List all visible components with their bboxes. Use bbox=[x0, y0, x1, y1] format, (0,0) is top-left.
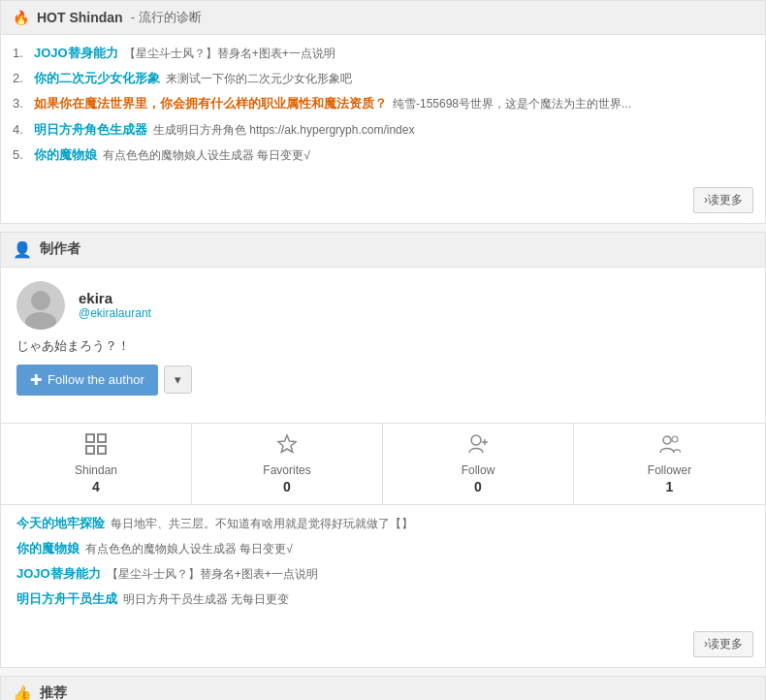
recommend-section-header: 👍 推荐 bbox=[1, 677, 765, 700]
author-shindan-list: 今天的地牢探险 每日地牢、共三层。不知道有啥用就是觉得好玩就做了【】 你的魔物娘… bbox=[1, 504, 765, 625]
svg-point-12 bbox=[672, 436, 678, 442]
stat-shindan-value: 4 bbox=[92, 479, 100, 494]
svg-point-1 bbox=[31, 291, 50, 310]
list-item: 你的魔物娘 有点色色的魔物娘人设生成器 每日变更√ bbox=[16, 540, 750, 557]
hot-item-link-1[interactable]: JOJO替身能力 bbox=[34, 45, 118, 62]
hot-item-desc-3: 纯雪-155698号世界，这是个魔法为主的世界... bbox=[393, 96, 631, 112]
list-item: JOJO替身能力 【星尘斗士风？】替身名+图表+一点说明 bbox=[13, 45, 753, 62]
stat-follow: Follow 0 bbox=[383, 424, 574, 504]
follow-row: ✚ Follow the author ▾ bbox=[16, 365, 750, 396]
hot-read-more-button[interactable]: ›读更多 bbox=[693, 187, 753, 213]
hot-item-link-2[interactable]: 你的二次元少女化形象 bbox=[34, 70, 160, 87]
list-item: 如果你在魔法世界里，你会拥有什么样的职业属性和魔法资质？ 纯雪-155698号世… bbox=[13, 95, 753, 112]
hot-item-desc-4: 生成明日方舟角色 https://ak.hypergryph.com/index bbox=[153, 122, 414, 139]
hot-read-more-container: ›读更多 bbox=[1, 181, 765, 223]
follow-dropdown-button[interactable]: ▾ bbox=[164, 366, 192, 394]
recommend-section: 👍 推荐 花京院典明にレロレロされたー レロレロレロレロレロレロレロレロレロ bbox=[0, 676, 766, 700]
author-section-title: 制作者 bbox=[40, 240, 80, 258]
hot-item-desc-1: 【星尘斗士风？】替身名+图表+一点说明 bbox=[124, 46, 335, 62]
svg-rect-4 bbox=[98, 434, 106, 442]
author-shindan-desc-4: 明日方舟干员生成器 无每日更变 bbox=[123, 591, 289, 608]
list-item: 你的二次元少女化形象 来测试一下你的二次元少女化形象吧 bbox=[13, 70, 753, 87]
stat-follow-label: Follow bbox=[462, 463, 495, 477]
svg-point-11 bbox=[663, 436, 671, 444]
stat-follow-value: 0 bbox=[474, 479, 482, 494]
author-read-more-button[interactable]: ›读更多 bbox=[693, 631, 753, 657]
fire-icon: 🔥 bbox=[13, 10, 29, 25]
follow-author-label: Follow the author bbox=[48, 372, 144, 387]
author-shindan-link-2[interactable]: 你的魔物娘 bbox=[16, 540, 80, 557]
stat-favorites-label: Favorites bbox=[263, 463, 310, 477]
author-handle[interactable]: @ekiralaurant bbox=[79, 306, 151, 320]
author-bio: じゃあ始まろう？！ bbox=[16, 337, 750, 355]
avatar-svg bbox=[16, 281, 65, 330]
author-shindan-link-3[interactable]: JOJO替身能力 bbox=[16, 565, 101, 583]
author-info: ekira @ekiralaurant bbox=[79, 290, 151, 320]
hot-shindan-list: JOJO替身能力 【星尘斗士风？】替身名+图表+一点说明 你的二次元少女化形象 … bbox=[1, 35, 765, 181]
avatar bbox=[16, 281, 65, 330]
people-icon bbox=[659, 433, 681, 460]
author-shindan-link-4[interactable]: 明日方舟干员生成 bbox=[16, 590, 117, 608]
stat-shindan-label: Shindan bbox=[75, 463, 117, 477]
svg-rect-3 bbox=[86, 434, 94, 442]
hot-shindan-ol: JOJO替身能力 【星尘斗士风？】替身名+图表+一点说明 你的二次元少女化形象 … bbox=[13, 45, 753, 164]
author-read-more-container: ›读更多 bbox=[1, 625, 765, 667]
author-shindan-desc-2: 有点色色的魔物娘人设生成器 每日变更√ bbox=[85, 541, 293, 557]
stat-shindan: Shindan 4 bbox=[1, 424, 192, 504]
hot-shindan-section: 🔥 HOT Shindan - 流行的诊断 JOJO替身能力 【星尘斗士风？】替… bbox=[0, 0, 766, 224]
hot-shindan-header: 🔥 HOT Shindan - 流行的诊断 bbox=[1, 1, 765, 35]
hot-shindan-subtitle: - 流行的诊断 bbox=[131, 9, 202, 26]
recommend-section-title: 推荐 bbox=[40, 684, 67, 700]
hot-shindan-title: HOT Shindan bbox=[37, 10, 123, 25]
grid-icon bbox=[85, 433, 107, 460]
hot-item-desc-5: 有点色色的魔物娘人设生成器 每日变更√ bbox=[103, 147, 310, 164]
hot-item-desc-2: 来测试一下你的二次元少女化形象吧 bbox=[166, 71, 352, 87]
stats-grid: Shindan 4 Favorites 0 Follow 0 bbox=[1, 423, 765, 504]
list-item: JOJO替身能力 【星尘斗士风？】替身名+图表+一点说明 bbox=[16, 565, 750, 583]
list-item: 你的魔物娘 有点色色的魔物娘人设生成器 每日变更√ bbox=[13, 146, 753, 164]
person-follow-icon bbox=[467, 433, 489, 460]
star-icon bbox=[276, 433, 298, 460]
stat-follower-value: 1 bbox=[666, 479, 674, 494]
plus-icon: ✚ bbox=[30, 371, 43, 389]
follow-author-button[interactable]: ✚ Follow the author bbox=[16, 365, 158, 396]
stat-follower-label: Follower bbox=[648, 463, 691, 477]
author-section: 👤 制作者 ekira @ekiralaurant じゃあ始まろう？！ ✚ Fo… bbox=[0, 232, 766, 668]
list-item: 明日方舟干员生成 明日方舟干员生成器 无每日更变 bbox=[16, 590, 750, 608]
author-shindan-desc-3: 【星尘斗士风？】替身名+图表+一点说明 bbox=[107, 566, 318, 583]
author-info-container: ekira @ekiralaurant じゃあ始まろう？！ ✚ Follow t… bbox=[1, 268, 765, 423]
stat-follower: Follower 1 bbox=[574, 424, 765, 504]
hot-item-link-5[interactable]: 你的魔物娘 bbox=[34, 146, 97, 164]
svg-rect-6 bbox=[98, 446, 106, 454]
stat-favorites-value: 0 bbox=[283, 479, 291, 494]
thumbs-up-icon: 👍 bbox=[13, 684, 32, 700]
author-top: ekira @ekiralaurant bbox=[16, 281, 750, 330]
author-shindan-desc-1: 每日地牢、共三层。不知道有啥用就是觉得好玩就做了【】 bbox=[111, 516, 413, 532]
author-shindan-link-1[interactable]: 今天的地牢探险 bbox=[16, 515, 105, 532]
hot-item-link-3[interactable]: 如果你在魔法世界里，你会拥有什么样的职业属性和魔法资质？ bbox=[34, 95, 387, 112]
svg-rect-5 bbox=[86, 446, 94, 454]
author-shindan-ul: 今天的地牢探险 每日地牢、共三层。不知道有啥用就是觉得好玩就做了【】 你的魔物娘… bbox=[16, 515, 750, 608]
list-item: 今天的地牢探险 每日地牢、共三层。不知道有啥用就是觉得好玩就做了【】 bbox=[16, 515, 750, 532]
svg-marker-7 bbox=[278, 435, 296, 453]
svg-point-8 bbox=[471, 435, 481, 445]
stat-favorites: Favorites 0 bbox=[192, 424, 383, 504]
person-icon: 👤 bbox=[13, 240, 32, 259]
author-name: ekira bbox=[79, 290, 151, 306]
list-item: 明日方舟角色生成器 生成明日方舟角色 https://ak.hypergryph… bbox=[13, 121, 753, 139]
author-section-header: 👤 制作者 bbox=[1, 233, 765, 268]
hot-item-link-4[interactable]: 明日方舟角色生成器 bbox=[34, 121, 147, 139]
